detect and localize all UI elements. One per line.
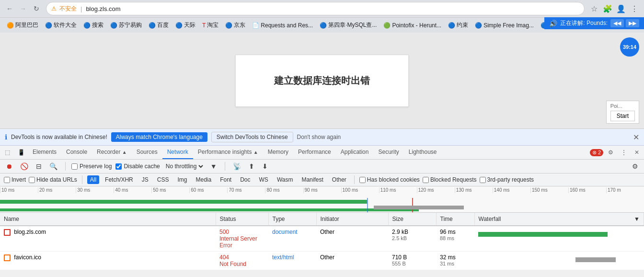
throttle-down-btn[interactable]: ▼ [208,162,219,171]
tab-sources[interactable]: Sources [132,146,162,159]
extension-btn[interactable]: 🧩 [602,3,613,14]
inspect-element-btn[interactable]: ⬚ [2,147,13,158]
disable-cache-input[interactable] [115,163,122,170]
filter-btn[interactable]: ⊟ [34,162,44,171]
tab-application[interactable]: Application [336,146,374,159]
bookmark-btn[interactable]: ☆ [588,3,600,14]
audio-back-btn[interactable]: ◀◀ [610,19,624,27]
device-toggle-btn[interactable]: 📱 [15,147,28,158]
audio-forward-btn[interactable]: ▶▶ [626,19,639,27]
settings-btn[interactable]: ⚙ [605,147,616,158]
clear-btn[interactable]: 🚫 [18,162,30,171]
filter-other-btn[interactable]: Other [329,175,349,184]
th-status[interactable]: Status [216,213,268,226]
tab-memory[interactable]: Memory [263,146,293,159]
tab-memory-label: Memory [268,149,288,155]
bookmark-baidu[interactable]: 🔵 百度 [146,20,172,31]
row1-type[interactable]: document [272,229,298,235]
third-party-input[interactable] [480,177,486,183]
blocked-requests-input[interactable] [423,177,429,183]
invert-checkbox[interactable]: Invert [4,176,26,183]
profile-btn[interactable]: 👤 [615,3,627,14]
poi-widget: Poi... Start [606,101,639,124]
tab-security[interactable]: Security [373,146,403,159]
bookmark-mysql[interactable]: 🔵 第四章·MySQL查... [317,20,380,31]
filter-fetch-btn[interactable]: Fetch/XHR [102,175,136,184]
settings-gear-btn[interactable]: ⚙ [630,162,640,171]
bookmark-suning[interactable]: 🔵 苏宁易购 [107,20,145,31]
preserve-log-checkbox[interactable]: Preserve log [71,163,112,170]
blocked-requests-checkbox[interactable]: Blocked Requests [423,176,477,183]
filter-media-btn[interactable]: Media [193,175,214,184]
blocked-cookies-checkbox[interactable]: Has blocked cookies [359,176,420,183]
filter-ws-btn[interactable]: WS [256,175,271,184]
filter-doc-btn[interactable]: Doc [237,175,253,184]
clear-cache-btn[interactable]: ⬇ [260,162,270,171]
filter-wasm-btn[interactable]: Wasm [274,175,296,184]
th-type[interactable]: Type [268,213,316,226]
forward-button[interactable]: → [17,3,29,14]
bookmark-taobao[interactable]: T 淘宝 [199,20,221,31]
third-party-checkbox[interactable]: 3rd-party requests [480,176,534,183]
throttle-select[interactable]: No throttling [164,162,205,170]
timeline-bar[interactable]: 10 ms 20 ms 30 ms 40 ms 50 ms 60 ms 70 m… [0,186,644,213]
th-initiator[interactable]: Initiator [316,213,388,226]
td-name-2: favicon.ico [0,252,216,270]
tab-perf-insights[interactable]: Performance insights ▲ [193,146,263,159]
bookmark-alibaba[interactable]: 🟠 阿里巴巴 [4,20,41,31]
filter-js-btn[interactable]: JS [139,175,151,184]
bookmark-yueshu[interactable]: 🔵 约束 [445,20,471,31]
back-button[interactable]: ← [4,3,15,14]
bookmark-tianjin[interactable]: 🔵 天际 [172,20,198,31]
tick-100: 100 ms [341,187,379,193]
filter-font-btn[interactable]: Font [217,175,234,184]
hide-data-urls-checkbox[interactable]: Hide data URLs [29,176,77,183]
export-btn[interactable]: ⬆ [247,162,256,171]
menu-btn[interactable]: ⋮ [629,3,640,14]
tab-performance[interactable]: Performance [293,146,336,159]
filter-img-btn[interactable]: Img [174,175,190,184]
row1-name: blog.zls.com [14,229,46,235]
always-match-btn[interactable]: Always match Chrome's language [111,132,207,142]
table-row[interactable]: blog.zls.com 500 Internal Server Error d… [0,226,644,252]
dont-show-label[interactable]: Don't show again [297,134,341,140]
tab-recorder[interactable]: Recorder ▲ [92,146,132,159]
tick-160: 160 ms [568,187,606,193]
bookmark-jd[interactable]: 🔵 京东 [222,20,248,31]
row2-type[interactable]: text/html [272,254,294,261]
tab-console[interactable]: Console [61,146,92,159]
filter-manifest-btn[interactable]: Manifest [299,175,326,184]
invert-input[interactable] [4,177,10,183]
tab-lighthouse[interactable]: Lighthouse [404,146,442,159]
blocked-cookies-input[interactable] [359,177,366,183]
start-button[interactable]: Start [610,111,635,121]
error-badge: ⊗ 2 [590,149,603,156]
record-btn[interactable]: ⏺ [4,162,14,171]
filter-css-btn[interactable]: CSS [154,175,172,184]
bookmark-sousuo[interactable]: 🔵 搜索 [80,20,106,31]
reload-button[interactable]: ↻ [31,3,42,14]
more-btn[interactable]: ⋮ [618,147,630,158]
th-name[interactable]: Name [0,213,216,226]
th-size[interactable]: Size [388,213,436,226]
bookmark-pointofix[interactable]: 🟢 Pointofix - Herunt... [380,21,444,30]
address-bar[interactable]: ⚠ 不安全 | blog.zls.com [46,2,585,15]
bookmark-icon: 🔵 [475,22,482,29]
import-btn[interactable]: 📡 [231,162,243,171]
tab-network[interactable]: Network [162,146,193,159]
bookmark-simple[interactable]: 🔵 Simple Free Imag... [472,21,537,30]
disable-cache-checkbox[interactable]: Disable cache [115,163,160,170]
switch-to-chinese-btn[interactable]: Switch DevTools to Chinese [211,132,293,142]
bookmark-requests[interactable]: 📄 Requests and Res... [249,21,316,30]
th-time[interactable]: Time [436,213,474,226]
table-row[interactable]: favicon.ico 404 Not Found text/html Othe… [0,252,644,270]
hide-data-urls-input[interactable] [29,177,35,183]
tab-elements[interactable]: Elements [28,146,61,159]
close-devtools-btn[interactable]: ✕ [632,147,642,158]
bookmark-software[interactable]: 🔵 软件大全 [42,20,80,31]
filter-all-btn[interactable]: All [87,175,99,184]
notif-close-btn[interactable]: ✕ [633,133,639,142]
th-waterfall[interactable]: Waterfall ▼ [474,213,644,226]
preserve-log-input[interactable] [71,163,78,170]
search-btn[interactable]: 🔍 [47,162,59,171]
